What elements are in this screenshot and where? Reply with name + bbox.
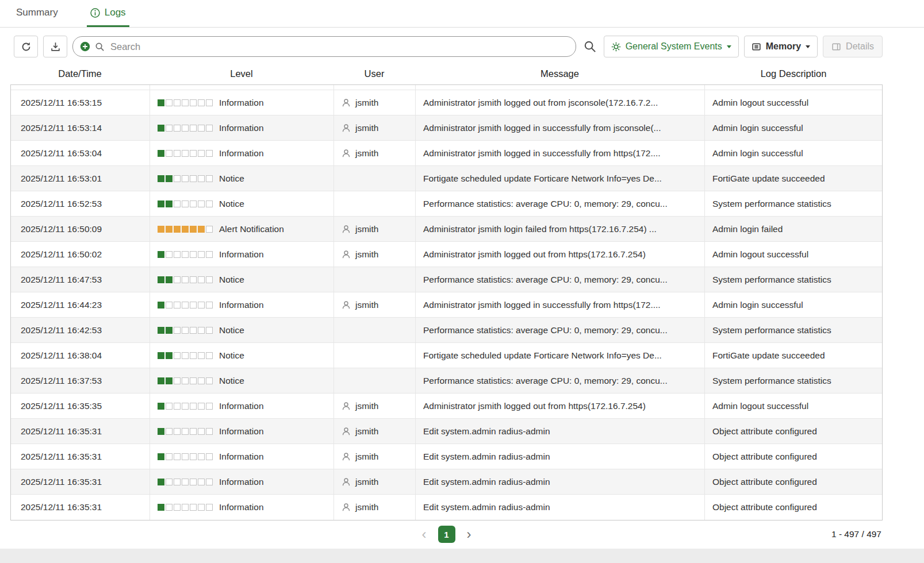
level-label: Notice [219,325,244,336]
log-viewer-page: Summary Logs [0,0,924,563]
search-submit-button[interactable] [581,40,599,53]
table-row[interactable]: 2025/12/11 16:50:02 Information jsmith A… [11,242,882,267]
column-header-message[interactable]: Message [415,63,704,84]
user-icon [342,477,351,487]
level-square [182,302,189,309]
user-cell: jsmith [334,242,416,267]
description-cell: FortiGate update succeeded [705,166,882,191]
level-square [166,327,172,334]
level-square [174,175,181,182]
user-label: jsmith [355,401,378,411]
tab-bar: Summary Logs [0,0,924,28]
event-type-dropdown[interactable]: General System Events [604,36,739,57]
table-row[interactable]: 2025/12/11 16:53:01 Notice Fortigate sch… [11,166,882,191]
level-square [206,99,213,106]
level-square [190,403,197,410]
toolbar: General System Events Memory Details [0,28,924,63]
table-row[interactable]: 2025/12/11 16:35:31 Information jsmith E… [11,469,882,495]
table-row[interactable]: 2025/12/11 16:47:53 Notice Performance s… [11,267,882,292]
table-row[interactable]: 2025/12/11 16:44:23 Information jsmith A… [11,292,882,318]
level-label: Notice [219,376,244,386]
message-cell: Fortigate scheduled update Forticare Net… [416,166,705,191]
bottom-strip [0,549,924,563]
message-cell: Edit system.admin radius-admin [416,419,705,444]
search-box[interactable] [72,36,576,57]
level-cell: Notice [150,368,334,393]
level-cell: Notice [150,191,334,216]
table-row[interactable]: 2025/12/11 16:35:31 Information jsmith E… [11,495,882,520]
datetime-cell: 2025/12/11 16:53:04 [11,141,150,165]
column-header-datetime[interactable]: Date/Time [10,63,149,84]
current-page-badge[interactable]: 1 [438,526,455,543]
previous-page-button[interactable]: ‹ [420,527,429,541]
table-row[interactable]: 2025/12/11 16:35:31 Information jsmith E… [11,419,882,444]
table-row[interactable]: 2025/12/11 16:37:53 Notice Performance s… [11,368,882,394]
level-square [182,479,189,485]
tab-logs[interactable]: Logs [87,0,129,27]
level-label: Information [219,98,264,108]
refresh-button[interactable] [14,36,38,57]
message-cell: Fortigate scheduled update Forticare Net… [416,343,705,368]
level-square [190,302,197,309]
message-cell: Edit system.admin radius-admin [416,495,705,520]
user-label: jsmith [355,249,378,260]
level-square [198,150,205,157]
next-page-button[interactable]: › [465,527,474,541]
add-filter-icon[interactable] [80,41,90,52]
message-cell: Administrator jsmith logged in successfu… [416,115,705,140]
level-cell: Information [150,90,334,115]
level-square [206,352,213,359]
level-square [174,403,181,410]
user-label: jsmith [355,477,378,487]
level-square [166,352,172,359]
user-cell [334,318,416,342]
message-cell: Administrator jsmith logged out from htt… [416,242,705,267]
table-row[interactable]: 2025/12/11 16:35:31 Information jsmith E… [11,444,882,469]
level-square [198,327,205,334]
level-indicator [158,175,213,182]
level-square [206,226,213,233]
chevron-down-icon [727,45,731,48]
description-cell: System performance statistics [705,318,882,342]
memory-icon [752,42,761,52]
level-square [158,175,164,182]
table-row[interactable]: 2025/12/11 16:52:53 Notice Performance s… [11,191,882,217]
level-indicator [158,453,213,460]
download-button[interactable] [43,36,67,57]
level-cell: Information [150,469,334,494]
level-square [174,99,181,106]
level-square [198,302,205,309]
table-row[interactable]: 2025/12/11 16:53:04 Information jsmith A… [11,141,882,166]
table-row[interactable]: 2025/12/11 16:42:53 Notice Performance s… [11,318,882,343]
search-input[interactable] [109,41,569,53]
table-row[interactable]: 2025/12/11 16:53:14 Information jsmith A… [11,115,882,141]
level-square [158,327,164,334]
table-row[interactable]: 2025/12/11 16:35:35 Information jsmith A… [11,394,882,419]
level-square [206,504,213,511]
tab-summary[interactable]: Summary [13,0,62,27]
level-square [182,327,189,334]
level-square [166,504,172,511]
level-indicator [158,327,213,334]
level-square [206,479,213,485]
details-label: Details [846,41,874,52]
table-row[interactable]: 2025/12/11 16:50:09 Alert Notification j… [11,217,882,242]
level-square [158,150,164,157]
level-square [158,125,164,132]
table-row[interactable]: 2025/12/11 16:53:15 Information jsmith A… [11,90,882,115]
level-cell: Notice [150,343,334,368]
column-header-description[interactable]: Log Description [704,63,883,84]
level-square [166,403,172,410]
level-square [174,251,181,258]
pagination-bar: ‹ 1 › 1 - 497 / 497 [10,520,883,548]
log-source-dropdown[interactable]: Memory [744,36,818,57]
partial-row [11,85,882,90]
column-header-user[interactable]: User [333,63,415,84]
level-label: Notice [219,199,244,209]
level-square [166,377,172,384]
level-square [206,403,213,410]
user-icon [342,452,351,461]
level-cell: Information [150,419,334,444]
column-header-level[interactable]: Level [149,63,333,84]
table-row[interactable]: 2025/12/11 16:38:04 Notice Fortigate sch… [11,343,882,368]
